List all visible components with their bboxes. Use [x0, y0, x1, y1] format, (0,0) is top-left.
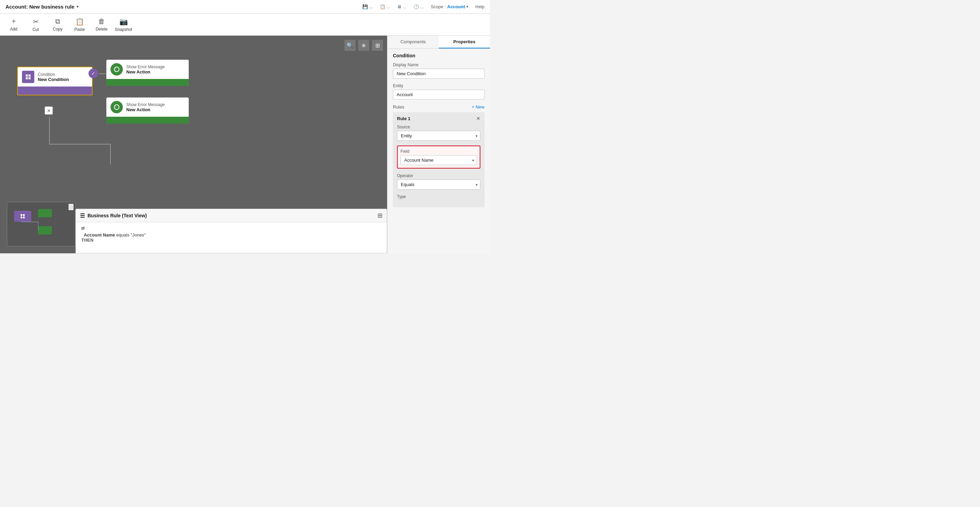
operator-select[interactable]: Equals Not Equals Contains Greater Than … — [397, 180, 480, 190]
svg-rect-0 — [26, 75, 28, 77]
mm-condition — [14, 211, 31, 222]
close-badge[interactable]: ✕ — [45, 107, 53, 115]
zoom-in-button[interactable]: ⊕ — [358, 40, 369, 51]
snapshot-icon: 📷 — [119, 18, 128, 26]
zoom-out-button[interactable]: 🔍 — [345, 40, 355, 51]
condition-type-label: Condition — [38, 72, 69, 77]
field-select-wrap: Account Name Account Number City Country… — [401, 155, 477, 165]
title-bar-left: Account: New business rule ▾ — [5, 4, 79, 10]
help-button[interactable]: Help — [475, 4, 485, 9]
toolbar: + Add ✂ Cut ⧉ Copy 📋 Paste 🗑 Delete 📷 Sn… — [0, 14, 490, 36]
canvas-area[interactable]: 🔍 ⊕ ⊞ Condition New Condition — [0, 36, 387, 254]
zoom-in-icon: ⊕ — [362, 43, 366, 48]
entity-group: Entity — [393, 83, 485, 100]
source-select[interactable]: Entity Value Formula — [397, 131, 480, 141]
rules-header: Rules + New — [393, 104, 485, 110]
action-node-1[interactable]: ! Show Error Message New Action — [107, 60, 189, 86]
action-node-2[interactable]: ! Show Error Message New Action — [107, 97, 189, 124]
action-node-1-header: ! Show Error Message New Action — [107, 60, 189, 79]
clock-icon[interactable]: 🕐 ... — [414, 4, 424, 9]
field-select[interactable]: Account Name Account Number City Country — [401, 155, 477, 165]
condition-node[interactable]: Condition New Condition — [17, 67, 93, 96]
action-2-name-label: New Action — [126, 107, 165, 112]
condition-node-header: Condition New Condition — [18, 67, 92, 86]
rules-label: Rules — [393, 104, 404, 110]
svg-rect-8 — [21, 214, 22, 216]
tab-properties-label: Properties — [453, 39, 475, 44]
zoom-out-icon: 🔍 — [347, 42, 353, 49]
text-view-expand-button[interactable]: ⊞ — [377, 212, 383, 219]
svg-rect-9 — [23, 214, 25, 216]
display-name-input[interactable] — [393, 69, 485, 79]
text-view-header: ☰ Business Rule (Text View) ⊞ — [76, 209, 387, 222]
add-button[interactable]: + Add — [3, 15, 25, 34]
svg-rect-2 — [26, 77, 28, 79]
tab-properties[interactable]: Properties — [439, 36, 490, 48]
save-icon[interactable]: 💾 ... — [362, 4, 373, 9]
source-label: Source — [397, 124, 480, 129]
entity-input[interactable] — [393, 89, 485, 100]
rule-box: Rule 1 ✕ Source Entity Value Formula ▾ — [393, 112, 485, 207]
mm-line-v — [38, 222, 38, 230]
operator-group: Operator Equals Not Equals Contains Grea… — [397, 173, 480, 190]
text-view-icon: ☰ — [80, 212, 85, 219]
title-chevron-icon[interactable]: ▾ — [76, 5, 79, 9]
action-2-icon: ! — [110, 101, 123, 113]
title-bar-right: 💾 ... 📋 ... 🖥 ... 🕐 ... Scope : Account … — [362, 4, 485, 9]
source-select-wrap: Entity Value Formula ▾ — [397, 131, 480, 141]
svg-rect-3 — [29, 77, 30, 79]
text-view-condition-bold: Account Name — [84, 233, 115, 238]
text-view-then-label: THEN — [81, 238, 381, 243]
fit-screen-button[interactable]: ⊞ — [372, 40, 383, 51]
svg-rect-11 — [23, 217, 25, 218]
cut-icon: ✂ — [33, 18, 39, 26]
operator-select-wrap: Equals Not Equals Contains Greater Than … — [397, 180, 480, 190]
action-node-2-footer — [107, 117, 189, 124]
main-layout: 🔍 ⊕ ⊞ Condition New Condition — [0, 36, 490, 254]
action-1-icon: ! — [110, 63, 123, 75]
text-view-panel: ☰ Business Rule (Text View) ⊞ IF Account… — [75, 209, 387, 254]
action-node-2-header: ! Show Error Message New Action — [107, 97, 189, 117]
fit-screen-icon: ⊞ — [375, 42, 380, 49]
scope-selector[interactable]: Scope : Account ▾ — [431, 4, 468, 9]
text-view-condition: Account Name equals "Jones" — [81, 233, 381, 238]
tab-components[interactable]: Components — [387, 36, 439, 48]
snapshot-button[interactable]: 📷 Snapshot — [113, 15, 135, 34]
source-group: Source Entity Value Formula ▾ — [397, 124, 480, 141]
operator-label: Operator — [397, 173, 480, 178]
clipboard-icon[interactable]: 📋 ... — [380, 4, 390, 9]
svg-rect-10 — [21, 217, 22, 218]
add-label: Add — [10, 27, 17, 32]
action-1-labels: Show Error Message New Action — [126, 65, 165, 75]
scope-chevron-icon: ▾ — [466, 5, 468, 9]
rule-close-button[interactable]: ✕ — [476, 116, 480, 121]
svg-text:!: ! — [115, 68, 116, 72]
scope-label: Scope : — [431, 4, 446, 9]
type-group: Type — [397, 194, 480, 199]
check-badge: ✓ — [89, 69, 98, 78]
delete-button[interactable]: 🗑 Delete — [91, 15, 113, 34]
cut-label: Cut — [33, 27, 39, 32]
add-icon: + — [12, 18, 16, 26]
mm-action-2 — [38, 226, 52, 234]
delete-label: Delete — [96, 27, 108, 32]
page-title: Account: New business rule — [5, 4, 75, 10]
entity-label: Entity — [393, 83, 485, 88]
text-view-title-text: Business Rule (Text View) — [88, 213, 147, 218]
minimap-expand-button[interactable]: ⊟ — [68, 204, 74, 210]
rules-new-button[interactable]: + New — [472, 104, 485, 110]
action-1-name-label: New Action — [126, 69, 165, 75]
copy-button[interactable]: ⧉ Copy — [47, 15, 68, 34]
svg-rect-1 — [29, 75, 30, 77]
screen-icon[interactable]: 🖥 ... — [397, 4, 406, 9]
tab-components-label: Components — [401, 39, 426, 44]
panel-tabs: Components Properties — [387, 36, 490, 49]
paste-button[interactable]: 📋 Paste — [68, 15, 91, 34]
action-node-1-footer — [107, 79, 189, 86]
display-name-label: Display Name — [393, 62, 485, 67]
text-view-body: IF Account Name equals "Jones" THEN — [76, 222, 387, 246]
action-1-type-label: Show Error Message — [126, 65, 165, 69]
display-name-group: Display Name — [393, 62, 485, 79]
right-panel: Components Properties Condition Display … — [387, 36, 490, 254]
cut-button[interactable]: ✂ Cut — [25, 15, 47, 34]
